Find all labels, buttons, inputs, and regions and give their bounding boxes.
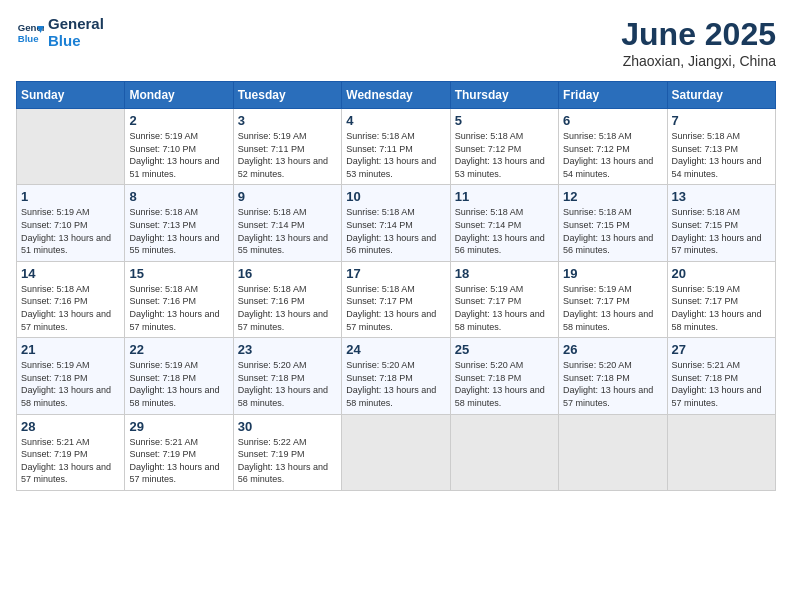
logo-blue: Blue: [48, 33, 104, 50]
calendar-cell: 8Sunrise: 5:18 AMSunset: 7:13 PMDaylight…: [125, 185, 233, 261]
day-number: 28: [21, 419, 120, 434]
day-number: 1: [21, 189, 120, 204]
day-number: 4: [346, 113, 445, 128]
calendar-cell: 1Sunrise: 5:19 AMSunset: 7:10 PMDaylight…: [17, 185, 125, 261]
day-number: 23: [238, 342, 337, 357]
day-info: Sunrise: 5:20 AMSunset: 7:18 PMDaylight:…: [346, 359, 445, 409]
day-number: 18: [455, 266, 554, 281]
day-number: 14: [21, 266, 120, 281]
day-info: Sunrise: 5:18 AMSunset: 7:16 PMDaylight:…: [129, 283, 228, 333]
calendar-cell: 27Sunrise: 5:21 AMSunset: 7:18 PMDayligh…: [667, 338, 775, 414]
calendar-cell: 12Sunrise: 5:18 AMSunset: 7:15 PMDayligh…: [559, 185, 667, 261]
day-info: Sunrise: 5:18 AMSunset: 7:12 PMDaylight:…: [563, 130, 662, 180]
calendar-table: SundayMondayTuesdayWednesdayThursdayFrid…: [16, 81, 776, 491]
day-info: Sunrise: 5:21 AMSunset: 7:18 PMDaylight:…: [672, 359, 771, 409]
day-number: 21: [21, 342, 120, 357]
day-number: 8: [129, 189, 228, 204]
day-info: Sunrise: 5:18 AMSunset: 7:16 PMDaylight:…: [238, 283, 337, 333]
day-number: 17: [346, 266, 445, 281]
day-info: Sunrise: 5:18 AMSunset: 7:14 PMDaylight:…: [238, 206, 337, 256]
day-info: Sunrise: 5:19 AMSunset: 7:10 PMDaylight:…: [21, 206, 120, 256]
calendar-cell: 13Sunrise: 5:18 AMSunset: 7:15 PMDayligh…: [667, 185, 775, 261]
day-info: Sunrise: 5:20 AMSunset: 7:18 PMDaylight:…: [238, 359, 337, 409]
calendar-cell: 30Sunrise: 5:22 AMSunset: 7:19 PMDayligh…: [233, 414, 341, 490]
calendar-cell: 6Sunrise: 5:18 AMSunset: 7:12 PMDaylight…: [559, 109, 667, 185]
calendar-cell: 29Sunrise: 5:21 AMSunset: 7:19 PMDayligh…: [125, 414, 233, 490]
calendar-header-row: SundayMondayTuesdayWednesdayThursdayFrid…: [17, 82, 776, 109]
day-info: Sunrise: 5:18 AMSunset: 7:11 PMDaylight:…: [346, 130, 445, 180]
calendar-cell: 26Sunrise: 5:20 AMSunset: 7:18 PMDayligh…: [559, 338, 667, 414]
weekday-header-wednesday: Wednesday: [342, 82, 450, 109]
calendar-cell: 24Sunrise: 5:20 AMSunset: 7:18 PMDayligh…: [342, 338, 450, 414]
calendar-cell: 28Sunrise: 5:21 AMSunset: 7:19 PMDayligh…: [17, 414, 125, 490]
calendar-cell: 14Sunrise: 5:18 AMSunset: 7:16 PMDayligh…: [17, 261, 125, 337]
calendar-cell: 25Sunrise: 5:20 AMSunset: 7:18 PMDayligh…: [450, 338, 558, 414]
day-info: Sunrise: 5:19 AMSunset: 7:17 PMDaylight:…: [672, 283, 771, 333]
day-info: Sunrise: 5:20 AMSunset: 7:18 PMDaylight:…: [455, 359, 554, 409]
day-info: Sunrise: 5:19 AMSunset: 7:18 PMDaylight:…: [129, 359, 228, 409]
calendar-cell: 21Sunrise: 5:19 AMSunset: 7:18 PMDayligh…: [17, 338, 125, 414]
logo: General Blue General Blue: [16, 16, 104, 49]
calendar-header: General Blue General Blue June 2025 Zhao…: [16, 16, 776, 69]
day-number: 22: [129, 342, 228, 357]
day-info: Sunrise: 5:18 AMSunset: 7:13 PMDaylight:…: [672, 130, 771, 180]
calendar-cell: 22Sunrise: 5:19 AMSunset: 7:18 PMDayligh…: [125, 338, 233, 414]
calendar-subtitle: Zhaoxian, Jiangxi, China: [621, 53, 776, 69]
day-number: 10: [346, 189, 445, 204]
day-info: Sunrise: 5:19 AMSunset: 7:18 PMDaylight:…: [21, 359, 120, 409]
calendar-cell: 18Sunrise: 5:19 AMSunset: 7:17 PMDayligh…: [450, 261, 558, 337]
calendar-cell: [17, 109, 125, 185]
day-info: Sunrise: 5:18 AMSunset: 7:15 PMDaylight:…: [672, 206, 771, 256]
calendar-cell: 19Sunrise: 5:19 AMSunset: 7:17 PMDayligh…: [559, 261, 667, 337]
calendar-cell: 16Sunrise: 5:18 AMSunset: 7:16 PMDayligh…: [233, 261, 341, 337]
day-number: 11: [455, 189, 554, 204]
calendar-cell: 11Sunrise: 5:18 AMSunset: 7:14 PMDayligh…: [450, 185, 558, 261]
day-number: 16: [238, 266, 337, 281]
day-number: 25: [455, 342, 554, 357]
day-info: Sunrise: 5:18 AMSunset: 7:12 PMDaylight:…: [455, 130, 554, 180]
svg-text:Blue: Blue: [18, 32, 39, 43]
calendar-cell: 10Sunrise: 5:18 AMSunset: 7:14 PMDayligh…: [342, 185, 450, 261]
day-info: Sunrise: 5:21 AMSunset: 7:19 PMDaylight:…: [21, 436, 120, 486]
weekday-header-saturday: Saturday: [667, 82, 775, 109]
day-info: Sunrise: 5:21 AMSunset: 7:19 PMDaylight:…: [129, 436, 228, 486]
calendar-cell: 5Sunrise: 5:18 AMSunset: 7:12 PMDaylight…: [450, 109, 558, 185]
day-info: Sunrise: 5:18 AMSunset: 7:15 PMDaylight:…: [563, 206, 662, 256]
day-info: Sunrise: 5:18 AMSunset: 7:14 PMDaylight:…: [455, 206, 554, 256]
day-number: 15: [129, 266, 228, 281]
calendar-cell: 7Sunrise: 5:18 AMSunset: 7:13 PMDaylight…: [667, 109, 775, 185]
day-number: 12: [563, 189, 662, 204]
day-info: Sunrise: 5:19 AMSunset: 7:17 PMDaylight:…: [563, 283, 662, 333]
day-info: Sunrise: 5:22 AMSunset: 7:19 PMDaylight:…: [238, 436, 337, 486]
weekday-header-thursday: Thursday: [450, 82, 558, 109]
day-info: Sunrise: 5:18 AMSunset: 7:14 PMDaylight:…: [346, 206, 445, 256]
day-info: Sunrise: 5:18 AMSunset: 7:13 PMDaylight:…: [129, 206, 228, 256]
calendar-cell: 3Sunrise: 5:19 AMSunset: 7:11 PMDaylight…: [233, 109, 341, 185]
day-number: 30: [238, 419, 337, 434]
day-number: 9: [238, 189, 337, 204]
calendar-cell: [667, 414, 775, 490]
calendar-cell: 23Sunrise: 5:20 AMSunset: 7:18 PMDayligh…: [233, 338, 341, 414]
day-info: Sunrise: 5:19 AMSunset: 7:17 PMDaylight:…: [455, 283, 554, 333]
day-number: 5: [455, 113, 554, 128]
day-number: 7: [672, 113, 771, 128]
weekday-header-sunday: Sunday: [17, 82, 125, 109]
calendar-cell: 9Sunrise: 5:18 AMSunset: 7:14 PMDaylight…: [233, 185, 341, 261]
weekday-header-tuesday: Tuesday: [233, 82, 341, 109]
day-info: Sunrise: 5:19 AMSunset: 7:11 PMDaylight:…: [238, 130, 337, 180]
day-number: 24: [346, 342, 445, 357]
day-number: 2: [129, 113, 228, 128]
day-info: Sunrise: 5:19 AMSunset: 7:10 PMDaylight:…: [129, 130, 228, 180]
weekday-header-friday: Friday: [559, 82, 667, 109]
weekday-header-monday: Monday: [125, 82, 233, 109]
day-number: 26: [563, 342, 662, 357]
day-number: 6: [563, 113, 662, 128]
calendar-cell: [342, 414, 450, 490]
day-number: 27: [672, 342, 771, 357]
calendar-cell: 20Sunrise: 5:19 AMSunset: 7:17 PMDayligh…: [667, 261, 775, 337]
calendar-title: June 2025: [621, 16, 776, 53]
day-info: Sunrise: 5:18 AMSunset: 7:16 PMDaylight:…: [21, 283, 120, 333]
day-info: Sunrise: 5:20 AMSunset: 7:18 PMDaylight:…: [563, 359, 662, 409]
calendar-cell: 17Sunrise: 5:18 AMSunset: 7:17 PMDayligh…: [342, 261, 450, 337]
calendar-cell: 15Sunrise: 5:18 AMSunset: 7:16 PMDayligh…: [125, 261, 233, 337]
